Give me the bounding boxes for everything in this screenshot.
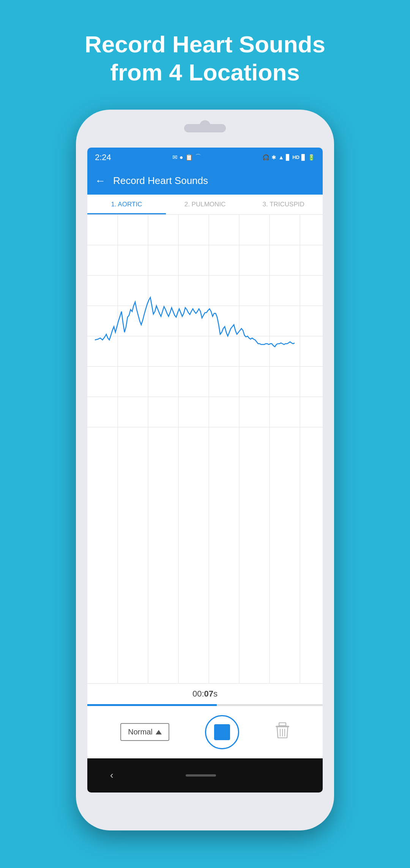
tab-tricuspid[interactable]: 3. TRICUSPID: [244, 195, 323, 214]
headphone-icon: 🎧: [262, 154, 270, 161]
phone-speaker: [184, 124, 226, 132]
phone-screen: 2:24 ✉ ● 📋 ⌒ 🎧 ✱ ▲ ▊ HD ▊ 🔋 ← Record Hea…: [87, 148, 323, 793]
phone-mockup: 2:24 ✉ ● 📋 ⌒ 🎧 ✱ ▲ ▊ HD ▊ 🔋 ← Record Hea…: [76, 110, 334, 830]
nav-back-button[interactable]: ‹: [110, 769, 114, 781]
stop-square-icon: [214, 724, 230, 740]
delete-button[interactable]: [275, 722, 290, 742]
timer-suffix: s: [213, 689, 218, 698]
stop-button[interactable]: [205, 715, 239, 749]
wifi-icon: ▲: [278, 154, 284, 160]
timer-display: 00:07s: [87, 683, 323, 704]
status-left-icons: ✉ ● 📋 ⌒: [172, 153, 202, 161]
title-line1: Record Heart Sounds: [85, 31, 325, 57]
nav-bar: ‹: [87, 758, 323, 793]
timer-bold: 07: [204, 689, 213, 698]
tab-pulmonic[interactable]: 2. PULMONIC: [166, 195, 244, 214]
wifi-alt-icon: ⌒: [195, 153, 201, 161]
signal2-icon: ▊: [301, 154, 306, 161]
waveform-line: [95, 297, 295, 347]
status-time: 2:24: [95, 153, 111, 162]
nav-home-bar[interactable]: [186, 774, 216, 777]
title-line2: from 4 Locations: [110, 59, 300, 85]
back-button[interactable]: ←: [95, 175, 106, 187]
normal-button[interactable]: Normal: [120, 723, 169, 741]
gmail-icon: ✉: [172, 154, 177, 161]
hd-label: HD: [292, 154, 300, 160]
app-bar: ← Record Heart Sounds: [87, 167, 323, 195]
status-bar: 2:24 ✉ ● 📋 ⌒ 🎧 ✱ ▲ ▊ HD ▊ 🔋: [87, 148, 323, 167]
app-bar-title: Record Heart Sounds: [113, 175, 208, 187]
status-right-icons: 🎧 ✱ ▲ ▊ HD ▊ 🔋: [262, 154, 315, 161]
tab-aortic[interactable]: 1. AORTIC: [87, 195, 166, 214]
bluetooth-icon: ✱: [271, 154, 276, 161]
timer-prefix: 00:: [192, 689, 204, 698]
signal-icon: ▊: [286, 154, 290, 161]
tabs-container: 1. AORTIC 2. PULMONIC 3. TRICUSPID: [87, 195, 323, 215]
controls-row: Normal: [87, 706, 323, 758]
dropdown-arrow-icon: [156, 730, 162, 734]
page-title: Record Heart Sounds from 4 Locations: [85, 30, 325, 87]
normal-label: Normal: [128, 728, 152, 736]
waveform-area: [87, 215, 323, 683]
clipboard-icon: 📋: [185, 154, 193, 161]
svg-rect-15: [279, 723, 286, 726]
circle-icon: ●: [180, 154, 183, 161]
waveform-svg: [87, 215, 323, 683]
battery-icon: 🔋: [308, 154, 315, 161]
